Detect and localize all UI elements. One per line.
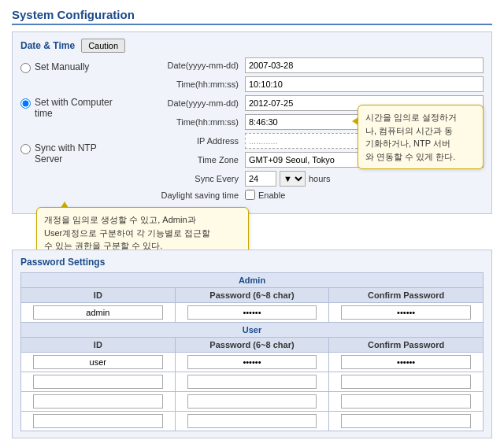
- col-id-header-user: ID: [21, 338, 176, 353]
- col-pw-header: Password (6~8 char): [175, 288, 329, 303]
- user-id-input[interactable]: [33, 355, 162, 369]
- col-confirm-header: Confirm Password: [329, 288, 484, 303]
- radio-col: Set Manually Set with Computer time Sync…: [20, 57, 123, 203]
- ip-label: IP Address: [131, 136, 245, 146]
- set-computer-group: Set with Computer time: [20, 97, 123, 119]
- timezone-label: Time Zone: [131, 155, 245, 165]
- set-manually-label: Set Manually: [35, 61, 89, 72]
- empty-confirm-3[interactable]: [341, 414, 470, 428]
- set-manually-group: Set Manually: [20, 61, 123, 73]
- sync-ntp-group: Sync with NTP Server: [20, 142, 123, 165]
- set-computer-label: Set with Computer time: [35, 97, 123, 119]
- date1-row: Date(yyyy-mm-dd): [131, 57, 484, 73]
- admin-section-header: Admin: [21, 273, 484, 288]
- pw-header-row-admin: ID Password (6~8 char) Confirm Password: [21, 288, 484, 303]
- daylight-checkbox[interactable]: [245, 190, 255, 200]
- sync-select[interactable]: ▼: [280, 171, 306, 187]
- sync-label: Sync Every: [131, 174, 245, 183]
- sync-input[interactable]: [245, 171, 276, 187]
- empty-confirm-2[interactable]: [341, 394, 470, 409]
- sync-controls: ▼ hours: [245, 171, 331, 187]
- empty-confirm-1[interactable]: [341, 375, 470, 389]
- admin-confirm-cell: [329, 303, 484, 323]
- datetime-form: Set Manually Set with Computer time Sync…: [20, 57, 484, 203]
- empty-pw-3[interactable]: [187, 414, 317, 428]
- tooltip1-bubble: 시간을 임의로 설정하거 나, 컴퓨터의 시간과 동 기화하거나, NTP 서버…: [358, 105, 484, 169]
- pw-header-row-user: ID Password (6~8 char) Confirm Password: [21, 338, 484, 353]
- date1-input[interactable]: [245, 57, 484, 73]
- sync-ntp-radio[interactable]: [20, 144, 31, 154]
- user-pw-input[interactable]: [187, 355, 317, 369]
- time1-input[interactable]: [245, 76, 484, 92]
- user-confirm-input[interactable]: [341, 355, 470, 369]
- admin-confirm-input[interactable]: [341, 305, 470, 320]
- password-table: Admin ID Password (6~8 char) Confirm Pas…: [20, 272, 484, 431]
- user-id-cell: [21, 353, 176, 372]
- empty-row-3: [21, 412, 484, 431]
- daylight-label: Daylight saving time: [131, 190, 245, 200]
- date2-label: Date(yyyy-mm-dd): [131, 98, 245, 108]
- page-title: System Configuration: [12, 8, 492, 25]
- empty-row-2: [21, 392, 484, 412]
- caution-button[interactable]: Caution: [81, 39, 125, 53]
- col-confirm-header-user: Confirm Password: [329, 338, 484, 353]
- password-card: Password Settings Admin ID Password (6~8…: [12, 250, 492, 438]
- admin-id-input[interactable]: [33, 305, 162, 320]
- set-manually-radio[interactable]: [20, 63, 31, 73]
- empty-row-1: [21, 372, 484, 392]
- daylight-controls: Enable: [245, 190, 285, 200]
- time2-label: Time(hh:mm:ss): [131, 117, 245, 127]
- user-section-header: User: [21, 323, 484, 338]
- set-computer-radio[interactable]: [20, 98, 31, 109]
- daylight-row: Daylight saving time Enable: [131, 190, 484, 200]
- time1-label: Time(hh:mm:ss): [131, 79, 245, 89]
- sync-row: Sync Every ▼ hours: [131, 171, 484, 187]
- col-id-header: ID: [21, 288, 176, 303]
- col-pw-header-user: Password (6~8 char): [175, 338, 329, 353]
- user-confirm-cell: [329, 353, 484, 372]
- datetime-title: Date & Time Caution: [20, 39, 484, 53]
- admin-id-cell: [21, 303, 176, 323]
- empty-pw-2[interactable]: [187, 394, 317, 409]
- sync-unit: hours: [309, 174, 331, 183]
- daylight-value: Enable: [258, 190, 285, 200]
- user-pw-cell: [175, 353, 329, 372]
- admin-data-row: [21, 303, 484, 323]
- time1-row: Time(hh:mm:ss): [131, 76, 484, 92]
- user-data-row: [21, 353, 484, 372]
- date1-label: Date(yyyy-mm-dd): [131, 61, 245, 70]
- admin-pw-input[interactable]: [187, 305, 317, 320]
- empty-id-2[interactable]: [33, 394, 162, 409]
- empty-pw-1[interactable]: [187, 375, 317, 389]
- password-title: Password Settings: [20, 257, 484, 268]
- sync-ntp-label: Sync with NTP Server: [35, 142, 123, 165]
- empty-id-3[interactable]: [33, 414, 162, 428]
- datetime-card: Date & Time Caution Set Manually Set wit…: [12, 31, 492, 214]
- empty-id-1[interactable]: [33, 375, 162, 389]
- admin-pw-cell: [175, 303, 329, 323]
